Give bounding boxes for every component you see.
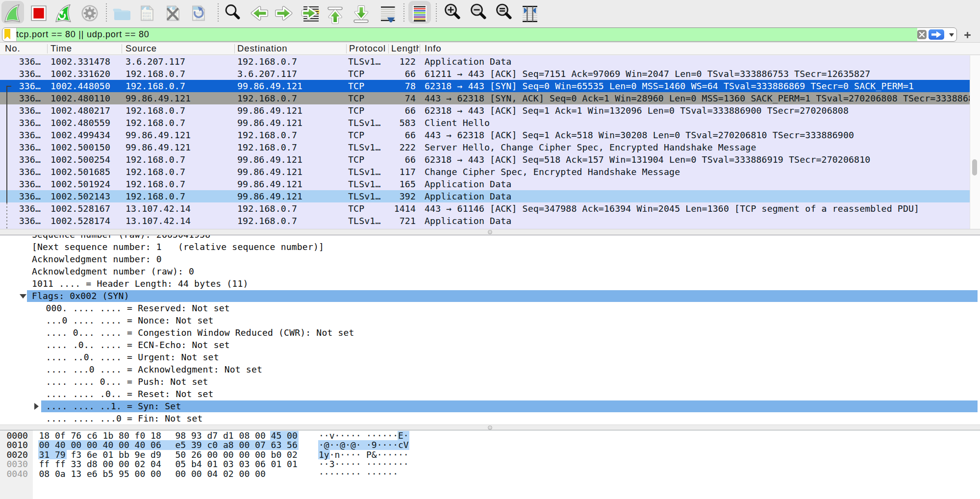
- detail-row[interactable]: 1011 .... = Header Length: 44 bytes (11): [0, 277, 980, 290]
- hex-ascii: ··v·····: [319, 431, 361, 441]
- expand-arrow-icon[interactable]: [20, 294, 26, 299]
- hex-bytes: 18 0f 76 c6 1b 80 f0 18: [39, 431, 161, 441]
- packet-cell-time: 1002.480559: [50, 117, 110, 129]
- detail-row[interactable]: Flags: 0x002 (SYN): [0, 290, 980, 302]
- column-header-no[interactable]: No.: [5, 43, 21, 54]
- packet-cell-info: Application Data: [425, 190, 970, 202]
- packet-cell-protocol: TCP: [348, 129, 364, 141]
- apply-arrow-icon: [929, 29, 944, 40]
- collapse-arrow-icon[interactable]: [34, 403, 39, 410]
- packet-row[interactable]: 336…1002.480217192.168.0.799.86.49.121TC…: [0, 104, 970, 117]
- packet-row[interactable]: 336…1002.501924192.168.0.799.86.49.121TL…: [0, 178, 970, 190]
- go-first-packet-button[interactable]: [325, 2, 346, 24]
- detail-row[interactable]: Acknowledgment number: 0: [0, 253, 980, 265]
- filter-dropdown-caret[interactable]: [949, 33, 954, 37]
- detail-row[interactable]: Acknowledgment number (raw): 0: [0, 265, 980, 277]
- detail-row[interactable]: .... 0... .... = Congestion Window Reduc…: [0, 326, 980, 339]
- detail-row-text: .... .... .0.. = Reset: Not set: [46, 388, 214, 400]
- detail-row[interactable]: .... ..0. .... = Urgent: Not set: [0, 351, 980, 363]
- pane-splitter[interactable]: [0, 229, 980, 235]
- packet-cell-length: 74: [372, 92, 416, 104]
- close-file-button[interactable]: 010100110101110: [162, 2, 184, 24]
- auto-scroll-button[interactable]: [377, 2, 399, 24]
- add-filter-button[interactable]: [964, 31, 971, 41]
- packet-row[interactable]: 336…1002.50015099.86.49.121192.168.0.7TL…: [0, 141, 970, 153]
- pane-splitter[interactable]: [0, 424, 980, 430]
- column-header-time[interactable]: Time: [50, 43, 72, 54]
- packet-row[interactable]: 336…1002.501685192.168.0.799.86.49.121TL…: [0, 166, 970, 178]
- reload-file-button[interactable]: 1010110101110: [188, 2, 209, 24]
- capture-options-button[interactable]: [79, 2, 101, 24]
- packet-cell-length: 165: [372, 178, 416, 190]
- hex-row[interactable]: 004008 0a 13 e6 b5 95 00 0000 00 04 02 0…: [0, 469, 980, 479]
- filter-valid-background: [16, 28, 917, 41]
- detail-row[interactable]: .... .0.. .... = ECN-Echo: Not set: [0, 339, 980, 351]
- open-file-button[interactable]: [111, 2, 132, 24]
- column-header-protocol[interactable]: Protocol: [349, 43, 386, 54]
- resize-columns-button[interactable]: [519, 2, 541, 24]
- packet-cell-destination: 192.168.0.7: [237, 129, 297, 141]
- packet-row[interactable]: 336…1002.52817413.107.42.14192.168.0.7TL…: [0, 215, 970, 227]
- packet-cell-destination: 99.86.49.121: [237, 190, 302, 202]
- detail-row-highlight: [27, 290, 978, 302]
- packet-cell-destination: 192.168.0.7: [237, 141, 297, 153]
- detail-row-highlight: [41, 400, 978, 413]
- packet-row[interactable]: 336…1002.502143192.168.0.799.86.49.121TL…: [0, 190, 970, 202]
- packet-row[interactable]: 336…1002.49943499.86.49.121192.168.0.7TC…: [0, 129, 970, 141]
- column-header-source[interactable]: Source: [126, 43, 157, 54]
- packet-cell-length: 222: [372, 141, 416, 153]
- go-forward-button[interactable]: [273, 2, 295, 24]
- go-last-packet-button[interactable]: [351, 2, 372, 24]
- detail-row[interactable]: .... .... ...0 = Fin: Not set: [0, 412, 980, 424]
- hex-row[interactable]: 002031 79 f3 6e 01 bb 9e d950 26 00 00 0…: [0, 450, 980, 460]
- hex-row[interactable]: 0030ff ff 33 d8 00 00 02 0405 b4 01 03 0…: [0, 459, 980, 469]
- colorize-packets-button[interactable]: [409, 2, 430, 24]
- detail-row[interactable]: .... .... ..1. = Syn: Set: [0, 400, 980, 412]
- hex-row[interactable]: 000018 0f 76 c6 1b 80 f0 1898 93 d7 d1 0…: [0, 431, 980, 441]
- packet-list-scrollbar[interactable]: [970, 55, 980, 229]
- column-separator: [346, 44, 347, 53]
- find-packet-button[interactable]: [223, 2, 244, 24]
- zoom-original-button[interactable]: [494, 2, 516, 24]
- zoom-in-button[interactable]: [443, 2, 464, 24]
- go-back-button[interactable]: [249, 2, 270, 24]
- packet-cell-length: 392: [372, 190, 416, 202]
- detail-row-text: .... ...0 .... = Acknowledgment: Not set: [46, 363, 262, 375]
- detail-row[interactable]: ...0 .... .... = Nonce: Not set: [0, 314, 980, 326]
- packet-cell-source: 3.6.207.117: [126, 55, 185, 68]
- display-filter-input[interactable]: tcp.port == 80 || udp.port == 80: [16, 27, 150, 42]
- packet-row[interactable]: 336…1002.500254192.168.0.799.86.49.121TC…: [0, 153, 970, 166]
- packet-row[interactable]: 336…1002.3314783.6.207.117192.168.0.7TLS…: [0, 55, 970, 68]
- packet-row[interactable]: 336…1002.480559192.168.0.799.86.49.121TL…: [0, 117, 970, 129]
- column-header-info[interactable]: Info: [425, 43, 441, 54]
- detail-row-text: [Next sequence number: 1 (relative seque…: [32, 241, 324, 253]
- wireshark-window: 010100110101110 010100110101110: [0, 0, 980, 499]
- detail-row[interactable]: Sequence number (raw): 2665041958: [0, 235, 980, 241]
- start-capture-button[interactable]: [2, 2, 24, 24]
- detail-row[interactable]: .... ...0 .... = Acknowledgment: Not set: [0, 363, 980, 375]
- column-separator: [234, 44, 235, 53]
- packet-row[interactable]: 336…1002.48011099.86.49.121192.168.0.7TC…: [0, 92, 970, 104]
- save-file-button[interactable]: 010100110101110: [136, 2, 158, 24]
- go-to-packet-button[interactable]: [300, 2, 321, 24]
- toolbar-separator: [436, 3, 437, 23]
- packet-list-scrollbar-thumb[interactable]: [972, 159, 977, 175]
- detail-row[interactable]: .... .... .0.. = Reset: Not set: [0, 388, 980, 400]
- bookmark-icon[interactable]: [4, 29, 12, 42]
- stop-capture-button[interactable]: [28, 2, 50, 24]
- detail-row[interactable]: [Next sequence number: 1 (relative seque…: [0, 241, 980, 253]
- detail-row[interactable]: 000. .... .... = Reserved: Not set: [0, 302, 980, 314]
- reload-document-icon: 1010110101110: [188, 2, 209, 24]
- zoom-out-button[interactable]: [469, 2, 490, 24]
- hex-row[interactable]: 001000 40 00 00 40 00 40 06e5 39 c0 a8 0…: [0, 440, 980, 450]
- packet-row[interactable]: 336…1002.52816713.107.42.14192.168.0.7TC…: [0, 202, 970, 215]
- column-header-destination[interactable]: Destination: [237, 43, 287, 54]
- apply-filter-button[interactable]: [929, 29, 944, 40]
- packet-row[interactable]: 336…1002.448050192.168.0.799.86.49.121TC…: [0, 80, 970, 92]
- restart-capture-button[interactable]: [53, 2, 75, 24]
- colorize-icon: [409, 2, 430, 24]
- column-header-length[interactable]: Length: [391, 43, 419, 54]
- clear-filter-button[interactable]: [917, 30, 927, 39]
- packet-row[interactable]: 336…1002.331620192.168.0.73.6.207.117TCP…: [0, 68, 970, 80]
- detail-row[interactable]: .... .... 0... = Push: Not set: [0, 375, 980, 388]
